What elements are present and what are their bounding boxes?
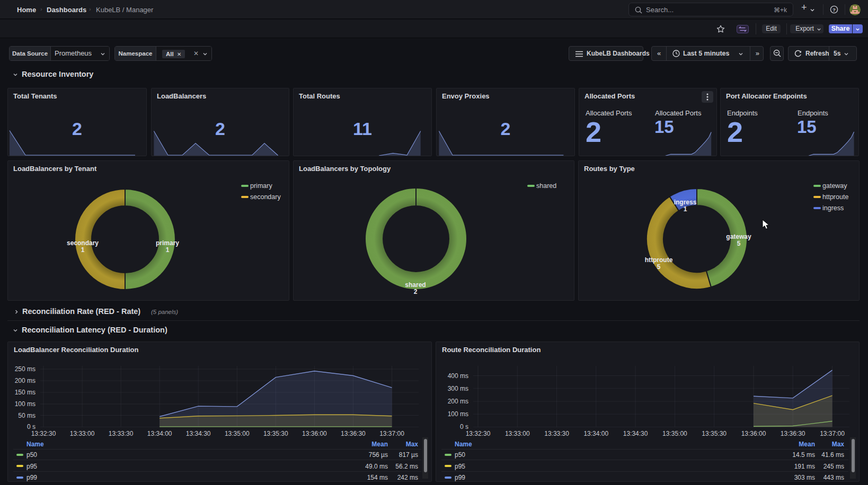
svg-text:13:35:30: 13:35:30 [263,430,288,437]
svg-text:13:33:00: 13:33:00 [70,430,95,437]
svg-text:13:36:30: 13:36:30 [781,430,805,437]
svg-text:150 ms: 150 ms [15,389,36,396]
svg-text:13:32:30: 13:32:30 [31,430,56,437]
svg-text:300 ms: 300 ms [448,385,468,392]
svg-text:13:36:00: 13:36:00 [741,430,766,437]
svg-text:50 ms: 50 ms [18,412,36,419]
svg-text:13:33:30: 13:33:30 [109,430,134,437]
svg-text:13:34:00: 13:34:00 [583,430,608,437]
svg-text:13:37:00: 13:37:00 [379,430,404,437]
svg-text:13:34:00: 13:34:00 [147,430,172,437]
svg-text:250 ms: 250 ms [15,365,36,373]
svg-text:13:34:30: 13:34:30 [186,430,211,437]
svg-text:13:37:00: 13:37:00 [820,430,845,437]
svg-text:13:35:30: 13:35:30 [702,430,727,437]
svg-text:100 ms: 100 ms [448,410,468,418]
svg-text:13:34:30: 13:34:30 [623,430,648,437]
svg-text:100 ms: 100 ms [15,400,36,408]
svg-text:13:36:00: 13:36:00 [302,430,327,437]
svg-text:200 ms: 200 ms [448,398,468,405]
svg-text:200 ms: 200 ms [15,377,36,384]
svg-text:13:32:30: 13:32:30 [466,430,491,437]
svg-text:?: ? [832,7,836,13]
svg-text:13:35:00: 13:35:00 [225,430,250,437]
svg-text:13:36:30: 13:36:30 [341,430,366,437]
svg-text:13:33:00: 13:33:00 [505,430,530,437]
svg-text:13:35:00: 13:35:00 [662,430,687,437]
svg-text:13:33:30: 13:33:30 [544,430,569,437]
svg-text:400 ms: 400 ms [448,372,468,380]
